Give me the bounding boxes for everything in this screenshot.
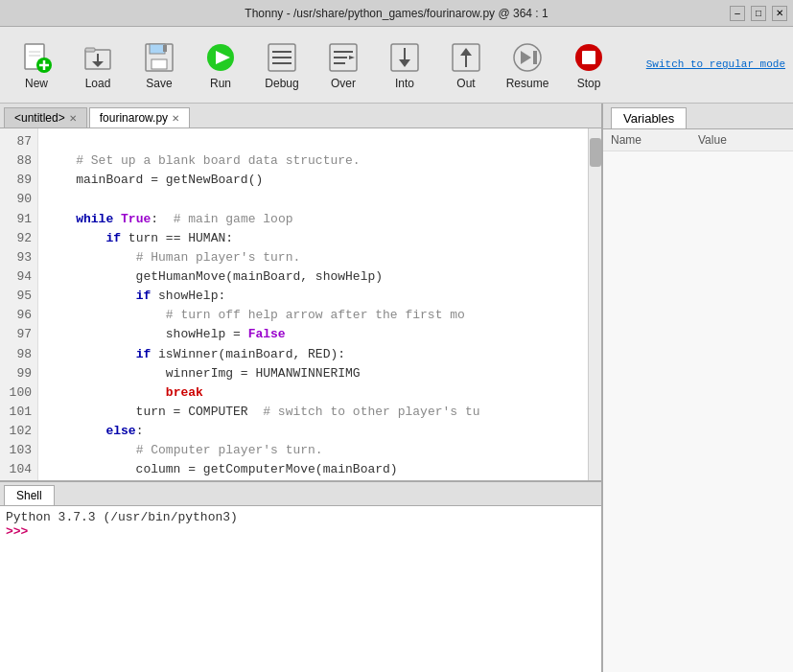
editor-scrollbar-v[interactable] [588, 128, 601, 480]
shell-tab[interactable]: Shell [4, 485, 55, 505]
right-panel: Variables Name Value [601, 104, 793, 672]
save-icon [142, 40, 176, 75]
line-numbers: 87 88 89 90 91 92 93 94 95 96 97 98 99 1… [0, 128, 38, 480]
debug-button[interactable]: Debug [253, 32, 311, 99]
tab-fourinarow[interactable]: fourinarow.py ✕ [89, 107, 190, 127]
new-button[interactable]: New [8, 32, 65, 99]
svg-rect-7 [85, 48, 95, 52]
resume-button[interactable]: Resume [499, 32, 556, 99]
left-panel: <untitled> ✕ fourinarow.py ✕ 87 88 89 90… [0, 104, 601, 672]
variables-header: Name Value [603, 129, 793, 151]
scrollbar-thumb-v[interactable] [590, 138, 601, 167]
svg-rect-12 [152, 59, 167, 69]
shell-tab-bar: Shell [0, 482, 601, 506]
shell-panel: Shell Python 3.7.3 (/usr/bin/python3) >>… [0, 480, 601, 672]
shell-content[interactable]: Python 3.7.3 (/usr/bin/python3) >>> [0, 506, 601, 672]
new-icon [19, 40, 54, 75]
shell-prompt-line: >>> [6, 524, 595, 539]
out-icon [449, 40, 483, 75]
variables-name-header: Name [611, 133, 698, 147]
out-button[interactable]: Out [437, 32, 495, 99]
variables-tab[interactable]: Variables [611, 107, 687, 128]
variables-content [603, 151, 793, 672]
svg-rect-33 [533, 51, 537, 64]
stop-icon [571, 40, 606, 75]
maximize-button[interactable]: □ [751, 6, 766, 21]
title-bar: Thonny - /usr/share/python_games/fourina… [0, 0, 793, 27]
switch-mode-link[interactable]: Switch to regular mode [646, 58, 785, 71]
main-content: <untitled> ✕ fourinarow.py ✕ 87 88 89 90… [0, 104, 793, 672]
run-button[interactable]: Run [192, 32, 249, 99]
svg-rect-13 [163, 45, 167, 52]
shell-prompt: >>> [6, 524, 28, 539]
into-button[interactable]: Into [376, 32, 433, 99]
tab-untitled[interactable]: <untitled> ✕ [4, 107, 87, 127]
toolbar: New Load Save Run [0, 27, 793, 104]
code-editor[interactable]: # Set up a blank board data structure. m… [38, 128, 588, 480]
load-icon [81, 40, 115, 75]
window-controls[interactable]: – □ ✕ [730, 6, 787, 21]
editor-area[interactable]: 87 88 89 90 91 92 93 94 95 96 97 98 99 1… [0, 128, 601, 480]
into-icon [387, 40, 422, 75]
shell-python-version: Python 3.7.3 (/usr/bin/python3) [6, 510, 595, 524]
minimize-button[interactable]: – [730, 6, 745, 21]
svg-rect-11 [150, 44, 165, 54]
variables-value-header: Value [698, 133, 785, 147]
run-icon [203, 40, 238, 75]
load-button[interactable]: Load [69, 32, 127, 99]
tab-close-fourinarow[interactable]: ✕ [172, 113, 179, 124]
variables-tab-bar: Variables [603, 104, 793, 129]
close-button[interactable]: ✕ [772, 6, 787, 21]
tabs-bar: <untitled> ✕ fourinarow.py ✕ [0, 104, 601, 128]
over-button[interactable]: Over [315, 32, 372, 99]
debug-icon [265, 40, 299, 75]
stop-button[interactable]: Stop [560, 32, 618, 99]
resume-icon [510, 40, 545, 75]
svg-rect-35 [582, 51, 595, 64]
save-button[interactable]: Save [130, 32, 188, 99]
over-icon [326, 40, 361, 75]
window-title: Thonny - /usr/share/python_games/fourina… [63, 7, 730, 20]
tab-close-untitled[interactable]: ✕ [69, 113, 77, 124]
